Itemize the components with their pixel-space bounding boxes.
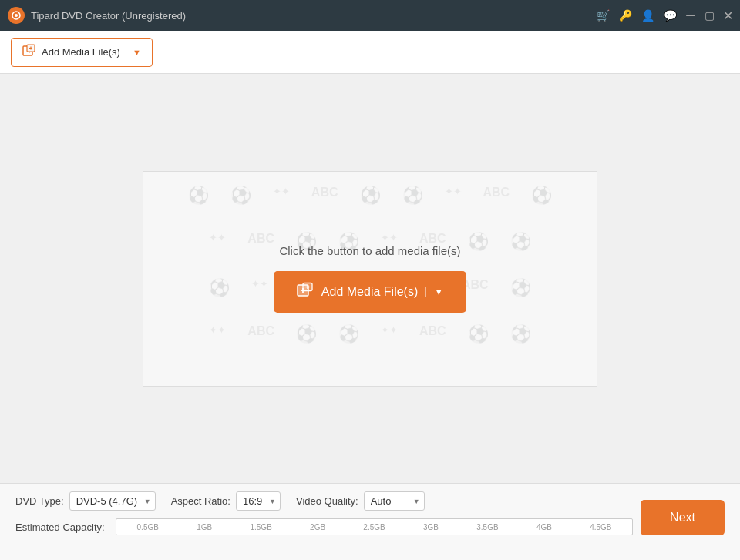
- watermark-row-1: ⚽⚽✦✦ ABC ⚽⚽✦✦ ABC ⚽: [188, 186, 552, 206]
- aspect-ratio-label: Aspect Ratio:: [171, 495, 230, 507]
- capacity-tick: 3.5GB: [459, 523, 516, 531]
- capacity-tick: 4.5GB: [573, 523, 629, 531]
- bottom-bar-inner: DVD Type: DVD-5 (4.7G) DVD-9 (8.5G) Aspe…: [15, 491, 725, 535]
- dvd-type-select-wrapper: DVD-5 (4.7G) DVD-9 (8.5G): [69, 491, 156, 511]
- capacity-tick: 4GB: [516, 523, 572, 531]
- aspect-ratio-group: Aspect Ratio: 16:9 4:3: [171, 491, 281, 511]
- capacity-bar: 0.5GB1GB1.5GB2GB2.5GB3GB3.5GB4GB4.5GB: [116, 518, 633, 535]
- title-bar-controls: 🛒 🔑 👤 💬 ─ ▢ ✕: [597, 9, 732, 22]
- bottom-bar: DVD Type: DVD-5 (4.7G) DVD-9 (8.5G) Aspe…: [0, 483, 740, 560]
- add-media-center-icon: [297, 282, 314, 302]
- chat-icon[interactable]: 💬: [664, 9, 677, 22]
- capacity-row: Estimated Capacity: 0.5GB1GB1.5GB2GB2.5G…: [15, 518, 633, 535]
- capacity-tick: 3GB: [402, 523, 459, 531]
- add-media-center-dropdown-arrow[interactable]: ▼: [426, 287, 443, 297]
- capacity-tick: 2GB: [289, 523, 345, 531]
- video-quality-select[interactable]: Auto High Medium Low: [364, 491, 425, 511]
- video-quality-label: Video Quality:: [296, 495, 358, 507]
- app-title: Tipard DVD Creator (Unregistered): [31, 10, 597, 22]
- options-row: DVD Type: DVD-5 (4.7G) DVD-9 (8.5G) Aspe…: [15, 491, 633, 511]
- add-media-center-label: Add Media File(s): [321, 285, 418, 299]
- app-logo: [8, 7, 25, 24]
- dvd-type-label: DVD Type:: [15, 495, 64, 507]
- main-area: ⚽⚽✦✦ ABC ⚽⚽✦✦ ABC ⚽ ✦✦ ABC ⚽⚽✦✦ ABC ⚽⚽ ⚽…: [0, 74, 740, 483]
- bottom-left: DVD Type: DVD-5 (4.7G) DVD-9 (8.5G) Aspe…: [15, 491, 633, 535]
- user-icon[interactable]: 👤: [641, 9, 654, 22]
- add-media-dropdown-arrow[interactable]: ▼: [126, 48, 141, 57]
- add-media-icon: [22, 44, 36, 61]
- capacity-ticks: 0.5GB1GB1.5GB2GB2.5GB3GB3.5GB4GB4.5GB: [116, 519, 632, 535]
- aspect-ratio-select[interactable]: 16:9 4:3: [236, 491, 281, 511]
- video-quality-select-wrapper: Auto High Medium Low: [364, 491, 425, 511]
- add-media-button[interactable]: Add Media File(s) ▼: [11, 38, 153, 67]
- add-media-center-button[interactable]: Add Media File(s) ▼: [274, 271, 466, 313]
- drop-zone: ⚽⚽✦✦ ABC ⚽⚽✦✦ ABC ⚽ ✦✦ ABC ⚽⚽✦✦ ABC ⚽⚽ ⚽…: [143, 171, 597, 387]
- video-quality-group: Video Quality: Auto High Medium Low: [296, 491, 425, 511]
- close-button[interactable]: ✕: [723, 11, 732, 20]
- maximize-button[interactable]: ▢: [705, 11, 714, 20]
- capacity-tick: 0.5GB: [119, 523, 176, 531]
- aspect-ratio-select-wrapper: 16:9 4:3: [236, 491, 281, 511]
- dvd-type-select[interactable]: DVD-5 (4.7G) DVD-9 (8.5G): [69, 491, 156, 511]
- capacity-tick: 1.5GB: [233, 523, 289, 531]
- toolbar: Add Media File(s) ▼: [0, 31, 740, 74]
- drop-content: Click the button to add media file(s) Ad…: [274, 244, 466, 313]
- estimated-capacity-label: Estimated Capacity:: [15, 521, 108, 533]
- capacity-tick: 1GB: [176, 523, 232, 531]
- cart-icon[interactable]: 🛒: [597, 9, 610, 22]
- next-button[interactable]: Next: [641, 500, 725, 535]
- add-media-button-label: Add Media File(s): [42, 46, 120, 58]
- key-icon[interactable]: 🔑: [619, 9, 632, 22]
- svg-point-1: [15, 14, 18, 17]
- minimize-button[interactable]: ─: [686, 11, 695, 20]
- capacity-tick: 2.5GB: [346, 523, 402, 531]
- dvd-type-group: DVD Type: DVD-5 (4.7G) DVD-9 (8.5G): [15, 491, 156, 511]
- watermark-row-4: ✦✦ ABC ⚽⚽ ✦✦ ABC ⚽⚽: [209, 324, 530, 344]
- drop-label: Click the button to add media file(s): [279, 244, 460, 257]
- title-bar: Tipard DVD Creator (Unregistered) 🛒 🔑 👤 …: [0, 0, 740, 31]
